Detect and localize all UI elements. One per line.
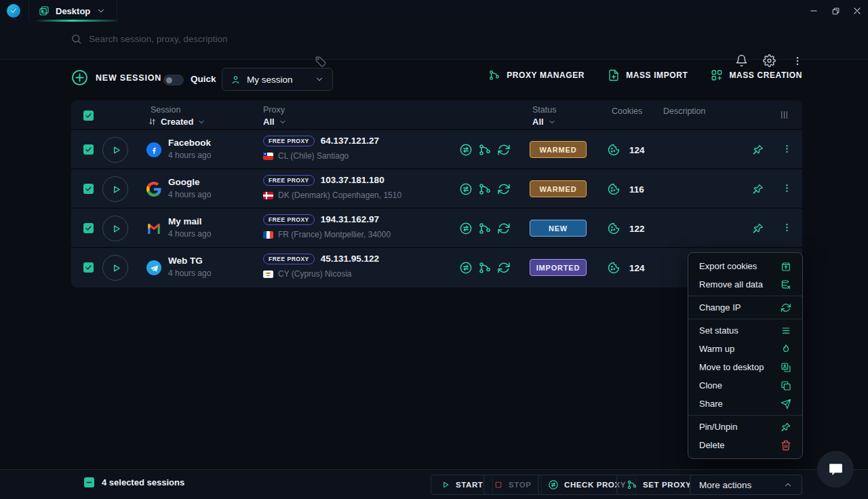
chevron-down-icon (548, 118, 556, 126)
quick-toggle[interactable] (163, 75, 184, 85)
sort-created[interactable]: Created (148, 117, 205, 127)
kebab-menu-icon[interactable] (792, 56, 803, 66)
minimize-button[interactable] (803, 0, 825, 22)
plus-circle-icon (71, 69, 88, 86)
stop-button[interactable]: STOP (484, 475, 542, 495)
status-filter[interactable]: All (532, 117, 556, 127)
close-button[interactable] (846, 0, 868, 22)
refresh-icon[interactable] (497, 182, 511, 196)
proxy-manager-button[interactable]: PROXY MANAGER (488, 69, 585, 81)
chevron-down-icon (197, 118, 205, 126)
more-actions-button[interactable]: More actions (690, 475, 802, 495)
session-select[interactable]: My session (222, 68, 333, 91)
facebook-icon (146, 142, 161, 157)
pin-icon[interactable] (752, 222, 764, 235)
pin-icon[interactable] (752, 144, 764, 156)
row-kebab-icon[interactable] (782, 222, 792, 233)
remove-data-icon (781, 279, 791, 290)
tag-icon[interactable] (315, 56, 327, 68)
play-icon (441, 480, 450, 490)
start-session-button[interactable] (102, 255, 128, 281)
table-row[interactable]: My mail 4 hours ago FREE PROXY 194.31.16… (71, 209, 802, 248)
share-icon (781, 399, 791, 410)
chevron-down-icon[interactable] (96, 6, 106, 16)
col-proxy: Proxy (263, 105, 285, 115)
mass-creation-button[interactable]: MASS CREATION (711, 69, 802, 81)
check-proxy-icon[interactable] (459, 222, 473, 235)
menu-item-export-cookies[interactable]: Export cookies (688, 257, 802, 275)
refresh-icon[interactable] (497, 261, 511, 275)
proxy-filter[interactable]: All (263, 117, 287, 127)
set-proxy-icon[interactable] (478, 261, 492, 275)
row-kebab-icon[interactable] (782, 144, 792, 154)
menu-item-clone[interactable]: Clone (688, 376, 802, 395)
mass-import-button[interactable]: MASS IMPORT (608, 69, 688, 81)
row-kebab-icon[interactable] (782, 183, 792, 193)
set-proxy-button[interactable]: SET PROXY (616, 475, 701, 495)
menu-item-set-status[interactable]: Set status (688, 321, 802, 340)
refresh-icon[interactable] (497, 222, 511, 235)
start-session-button[interactable] (102, 137, 128, 163)
status-badge[interactable]: WARMED (530, 141, 587, 158)
status-badge[interactable]: IMPORTED (530, 259, 587, 276)
menu-separator (688, 296, 802, 296)
pin-icon[interactable] (752, 183, 764, 195)
start-session-button[interactable] (102, 176, 128, 202)
flag-icon (263, 231, 273, 239)
row-checkbox[interactable] (83, 223, 94, 233)
restore-button[interactable] (825, 0, 846, 22)
col-cookies: Cookies (612, 106, 642, 116)
new-session-label: NEW SESSION (96, 73, 161, 83)
chevron-down-icon (315, 75, 324, 84)
quick-label: Quick (191, 74, 216, 84)
row-checkbox[interactable] (83, 262, 94, 273)
table-row[interactable]: Google 4 hours ago FREE PROXY 103.37.181… (71, 169, 802, 209)
set-proxy-icon[interactable] (478, 182, 492, 196)
flag-icon (263, 192, 273, 199)
cookie-count: 124 (629, 263, 645, 273)
set-proxy-icon[interactable] (478, 143, 492, 157)
more-actions-menu: Export cookies Remove all data Change IP… (688, 252, 803, 459)
row-checkbox[interactable] (83, 144, 94, 155)
start-session-button[interactable] (102, 216, 128, 241)
person-icon (231, 75, 241, 85)
bell-icon[interactable] (735, 54, 748, 67)
support-chat-button[interactable] (817, 451, 854, 487)
tab-desktop[interactable]: Desktop (29, 0, 117, 22)
check-proxy-icon[interactable] (459, 143, 473, 157)
bulk-actions-footer: 4 selected sessions START STOP CHECK PRO… (0, 469, 868, 499)
cookie-icon (607, 222, 620, 235)
status-badge[interactable]: NEW (530, 220, 587, 237)
gmail-icon (146, 221, 161, 236)
menu-item-warm-up[interactable]: Warm up (688, 340, 802, 358)
menu-item-remove-all-data[interactable]: Remove all data (688, 275, 802, 294)
free-proxy-badge: FREE PROXY (263, 214, 315, 225)
gear-icon[interactable] (763, 54, 776, 67)
status-badge[interactable]: WARMED (530, 180, 587, 197)
selected-indeterminate-checkbox[interactable] (84, 477, 94, 487)
new-session-button[interactable]: NEW SESSION (71, 69, 161, 86)
menu-item-share[interactable]: Share (688, 395, 802, 413)
check-proxy-icon[interactable] (459, 261, 473, 275)
proxy-manager-label: PROXY MANAGER (507, 71, 585, 80)
headerbar (0, 22, 868, 60)
selected-sessions-label: 4 selected sessions (102, 477, 184, 487)
set-proxy-icon[interactable] (478, 222, 492, 235)
menu-item-pin-unpin[interactable]: Pin/Unpin (688, 418, 802, 436)
chevron-down-icon (279, 118, 287, 126)
search-input[interactable] (89, 34, 306, 44)
columns-settings-icon[interactable] (779, 110, 789, 120)
menu-item-move-to-desktop[interactable]: Move to desktop (688, 358, 802, 376)
proxy-nodes-icon (488, 69, 500, 81)
menu-item-change-ip[interactable]: Change IP (688, 298, 802, 317)
menu-item-delete[interactable]: Delete (688, 436, 802, 454)
proxy-location: FR (France) Montpellier, 34000 (278, 230, 391, 239)
grid-plus-icon (711, 69, 723, 81)
check-proxy-icon[interactable] (459, 182, 473, 196)
refresh-icon[interactable] (497, 143, 511, 157)
flag-icon (263, 153, 273, 160)
table-row[interactable]: Facebook 4 hours ago FREE PROXY 64.137.1… (71, 130, 802, 169)
row-checkbox[interactable] (83, 184, 94, 194)
select-all-checkbox[interactable] (83, 111, 94, 121)
cookie-count: 124 (629, 145, 645, 155)
